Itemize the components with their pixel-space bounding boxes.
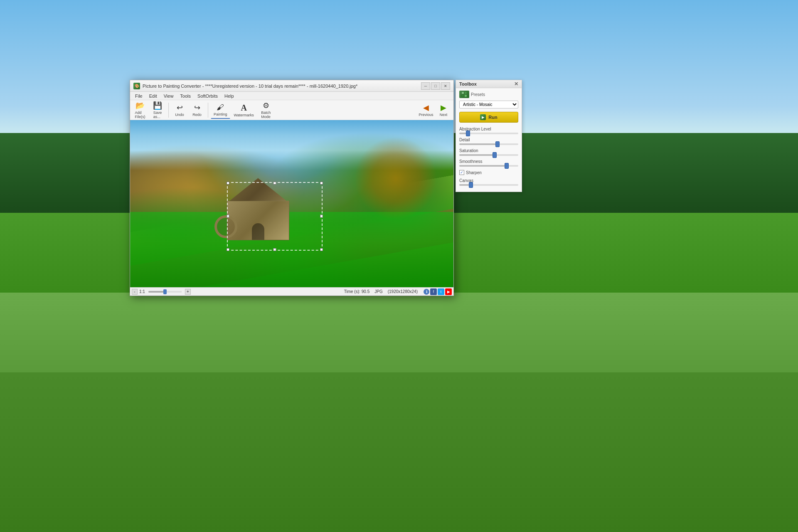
redo-icon: ↪	[194, 103, 200, 112]
svg-rect-2	[462, 95, 464, 97]
previous-button[interactable]: ◀ Previous	[418, 101, 434, 119]
presets-icon	[459, 91, 469, 98]
detail-row: Detail	[459, 138, 518, 145]
menu-help[interactable]: Help	[221, 93, 237, 99]
save-as-label: Saveas...	[153, 111, 162, 119]
dimensions-display: (1920x1280x24)	[388, 289, 418, 294]
svg-rect-1	[465, 92, 467, 94]
canvas-area[interactable]	[130, 120, 453, 287]
run-icon: ▶	[480, 114, 486, 120]
toolbox-close-button[interactable]: ✕	[514, 81, 518, 86]
menu-softorbits[interactable]: SoftOrbits	[194, 93, 221, 99]
toolbox-panel: Toolbox ✕ Presets Artistic - Mosaic Arti…	[456, 80, 522, 192]
sharpen-label[interactable]: Sharpen	[466, 170, 482, 175]
run-button[interactable]: ▶ Run	[459, 112, 518, 123]
mill-structure	[221, 170, 304, 240]
presets-select[interactable]: Artistic - Mosaic Artistic - Watercolor …	[459, 101, 518, 108]
save-as-button[interactable]: 💾 Saveas...	[149, 101, 166, 119]
next-label: Next	[440, 113, 448, 117]
saturation-label: Saturation	[459, 148, 518, 153]
facebook-icon[interactable]: f	[430, 288, 437, 295]
minimize-button[interactable]: ─	[421, 82, 430, 90]
close-button[interactable]: ✕	[441, 82, 450, 90]
detail-track	[459, 143, 518, 145]
canvas-thumb[interactable]	[469, 182, 473, 188]
time-display: Time (s): 90.5	[344, 289, 370, 294]
dimensions-label: (1920x1280x24)	[388, 289, 418, 294]
abstraction-level-row: Abstraction Level	[459, 127, 518, 134]
undo-button[interactable]: ↩ Undo	[171, 101, 188, 119]
add-files-icon: 📂	[135, 101, 145, 110]
batch-mode-button[interactable]: ⚙ BatchMode	[258, 101, 274, 119]
title-bar-controls: ─ □ ✕	[421, 82, 450, 90]
canvas-label: Canvas	[459, 178, 518, 183]
painting-icon: 🖌	[217, 103, 224, 112]
twitter-icon[interactable]: t	[438, 288, 444, 295]
detail-label: Detail	[459, 138, 518, 142]
canvas-row: Canvas	[459, 178, 518, 186]
redo-button[interactable]: ↪ Redo	[189, 101, 205, 119]
smoothness-row: Smoothness	[459, 159, 518, 167]
abstraction-level-track	[459, 133, 518, 134]
painting-label: Painting	[214, 112, 227, 116]
save-as-icon: 💾	[153, 101, 162, 110]
time-label: Time (s):	[344, 289, 360, 294]
batch-mode-icon: ⚙	[263, 101, 269, 110]
next-icon: ▶	[441, 103, 446, 112]
saturation-row: Saturation	[459, 148, 518, 156]
saturation-fill	[459, 154, 495, 156]
add-files-label: AddFile(s)	[135, 111, 145, 119]
watermarks-icon: A	[241, 103, 246, 113]
warm-overlay	[354, 137, 437, 220]
painting-button[interactable]: 🖌 Painting	[211, 101, 230, 119]
toolbox-title: Toolbox	[459, 81, 477, 86]
maximize-button[interactable]: □	[431, 82, 440, 90]
previous-label: Previous	[419, 113, 433, 117]
zoom-in-button[interactable]: +	[185, 289, 191, 295]
window-title: Picture to Painting Converter - ****Unre…	[143, 84, 421, 89]
main-area	[130, 120, 453, 287]
run-label: Run	[488, 115, 497, 120]
time-value: 90.5	[362, 289, 369, 294]
smoothness-thumb[interactable]	[505, 163, 509, 169]
watermarks-label: Watermarks	[234, 113, 254, 117]
next-button[interactable]: ▶ Next	[435, 101, 452, 119]
smoothness-track	[459, 165, 518, 167]
add-files-button[interactable]: 📂 AddFile(s)	[132, 101, 148, 119]
previous-icon: ◀	[423, 103, 429, 112]
status-bar: - 1:1 + Time (s): 90.5 JPG (1920x1280x24…	[130, 287, 453, 296]
menu-view[interactable]: View	[160, 93, 177, 99]
format-label: JPG	[374, 289, 382, 294]
app-window: 🎨 Picture to Painting Converter - ****Un…	[130, 80, 454, 296]
undo-label: Undo	[175, 113, 184, 117]
menu-edit[interactable]: Edit	[146, 93, 160, 99]
undo-icon: ↩	[177, 103, 183, 112]
sharpen-checkbox[interactable]: ✓	[459, 170, 464, 175]
mill-body	[227, 201, 289, 240]
watermarks-button[interactable]: A Watermarks	[231, 101, 257, 119]
zoom-slider-track	[148, 291, 182, 293]
menu-tools[interactable]: Tools	[177, 93, 194, 99]
toolbox-body: Presets Artistic - Mosaic Artistic - Wat…	[456, 88, 522, 192]
info-button[interactable]: ℹ	[424, 289, 429, 295]
zoom-out-button[interactable]: -	[132, 289, 138, 295]
zoom-controls: - 1:1 +	[132, 289, 191, 295]
abstraction-level-thumb[interactable]	[466, 131, 470, 136]
zoom-level: 1:1	[139, 289, 145, 294]
presets-row: Presets	[459, 91, 518, 98]
title-bar: 🎨 Picture to Painting Converter - ****Un…	[130, 80, 453, 92]
mill-roof	[227, 178, 289, 203]
toolbar: 📂 AddFile(s) 💾 Saveas... ↩ Undo ↪ Redo 🖌…	[130, 100, 453, 120]
svg-rect-3	[465, 95, 467, 97]
saturation-thumb[interactable]	[493, 152, 497, 158]
menu-bar: File Edit View Tools SoftOrbits Help	[130, 92, 453, 100]
mill-door	[252, 223, 264, 240]
youtube-icon[interactable]: ▶	[445, 288, 452, 295]
toolbar-sep-2	[208, 103, 208, 118]
svg-rect-0	[462, 92, 464, 94]
menu-file[interactable]: File	[132, 93, 146, 99]
app-icon: 🎨	[133, 83, 140, 89]
mill-wheel	[214, 215, 237, 238]
format-display: JPG	[374, 289, 382, 294]
detail-thumb[interactable]	[495, 141, 500, 147]
